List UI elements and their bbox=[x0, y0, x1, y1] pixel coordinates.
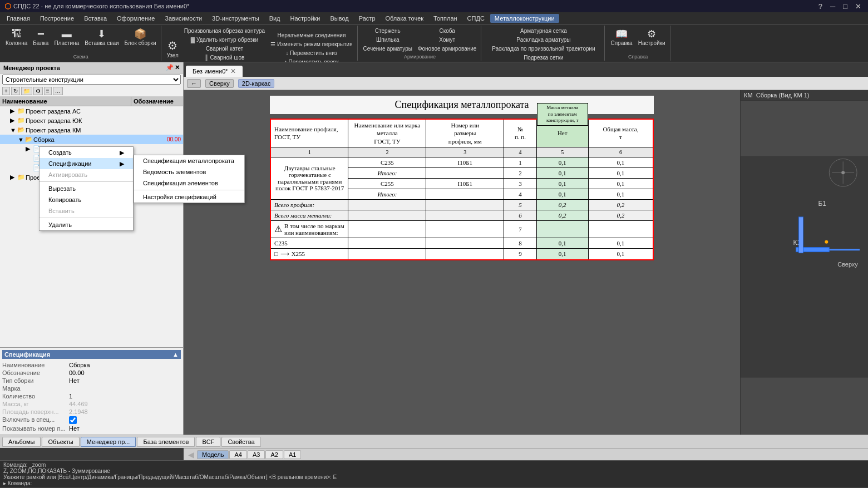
toolbar-nerazyomne[interactable]: Неразъемные соединения bbox=[268, 31, 354, 40]
model-tab-model[interactable]: Модель bbox=[197, 450, 229, 459]
sidebar-new-btn[interactable]: + bbox=[2, 87, 10, 95]
model-tab-a1[interactable]: A1 bbox=[284, 450, 301, 459]
menu-vstavka[interactable]: Вставка bbox=[80, 14, 111, 23]
model-tab-arrow-left[interactable]: ◀ bbox=[186, 450, 196, 459]
menu-rastr[interactable]: Растр bbox=[354, 14, 380, 23]
tree-item-sborka[interactable]: ▼ 📂 Сборка 00.00 bbox=[0, 135, 183, 144]
toolbar-peremestit-vniz[interactable]: ↓ Переместить вниз bbox=[268, 49, 354, 57]
sidebar-more-btn[interactable]: … bbox=[53, 87, 63, 95]
tree-item-km[interactable]: ▼ 📂 Проект раздела КМ bbox=[0, 125, 183, 135]
toolbar-sterzhen[interactable]: Стержень bbox=[361, 27, 415, 35]
toolbar-podrezka-setki[interactable]: Подрезка сетки bbox=[490, 53, 598, 62]
prop-value-pokazyvat: Нет bbox=[69, 425, 181, 432]
maximize-button[interactable]: □ bbox=[841, 2, 850, 11]
menu-glavnaya[interactable]: Главная bbox=[2, 14, 34, 23]
table-row: ⚠ В том числе по маркам или наименования… bbox=[270, 220, 653, 238]
sidebar-close-icon[interactable]: ✕ bbox=[175, 64, 180, 71]
bottom-tab-manager[interactable]: Менеджер пр... bbox=[81, 437, 136, 447]
sidebar-refresh-btn[interactable]: ↻ bbox=[11, 87, 20, 95]
tree-arrow-km[interactable]: ▼ bbox=[10, 127, 17, 134]
view-back-btn[interactable]: ← bbox=[187, 79, 201, 88]
bottom-tab-properties[interactable]: Свойства bbox=[221, 437, 260, 447]
view-2d-btn[interactable]: 2D-каркас bbox=[238, 79, 275, 88]
toolbar-blok-sborki[interactable]: 📦Блок сборки bbox=[122, 27, 159, 47]
sidebar-folder-btn[interactable]: 📁 bbox=[21, 87, 32, 95]
menu-zavisimosti[interactable]: Зависимости bbox=[160, 14, 206, 23]
toolbar-uzly-icon[interactable]: ⚙Узел bbox=[165, 38, 181, 60]
submenu-spec-metall[interactable]: Спецификация металлопроката bbox=[134, 155, 244, 166]
tree-arrow[interactable]: ▶ bbox=[10, 107, 17, 115]
toolbar-skoba[interactable]: Скоба bbox=[416, 27, 479, 35]
toolbar-nastroyki-btn[interactable]: ⚙Настройки bbox=[636, 27, 668, 47]
submenu-sep bbox=[134, 190, 244, 190]
toolbar-udalit-kontur[interactable]: ▓ Удалить контур обрезки bbox=[182, 36, 267, 44]
menu-postroenie[interactable]: Построение bbox=[36, 14, 78, 23]
menu-topplan[interactable]: Топплан bbox=[429, 14, 462, 23]
bottom-tab-albums[interactable]: Альбомы bbox=[2, 437, 41, 447]
help-button[interactable]: ? bbox=[816, 2, 825, 11]
properties-collapse-icon[interactable]: ▲ bbox=[172, 351, 179, 358]
ctx-cut[interactable]: Вырезать bbox=[40, 183, 133, 194]
spec-col6-header: Общая масса,т bbox=[588, 119, 653, 147]
menu-vyvod[interactable]: Вывод bbox=[326, 14, 353, 23]
toolbar-armirovanie-row: Стержень Шпилька Сечение арматуры Скоба … bbox=[361, 27, 479, 53]
menu-oblaka[interactable]: Облака точек bbox=[381, 14, 428, 23]
toolbar-vstavka-svai[interactable]: ⬇Вставка сваи bbox=[82, 27, 121, 47]
submenu-spec-elem[interactable]: Спецификация элементов bbox=[134, 178, 244, 189]
spec-num-3: 3 bbox=[426, 147, 504, 157]
toolbar-plastina[interactable]: ▬Пластина bbox=[52, 27, 81, 47]
prop-checkbox-vklyuchit[interactable] bbox=[69, 416, 77, 424]
toolbar-fon-armirovanie[interactable]: Фоновое армирование bbox=[416, 45, 479, 53]
bottom-tab-objects[interactable]: Объекты bbox=[42, 437, 79, 447]
tree-item-as[interactable]: ▶ 📁 Проект раздела АС bbox=[0, 106, 183, 116]
toolbar-svarnoy-shov[interactable]: ║ Сварной шов bbox=[182, 53, 267, 62]
ctx-copy[interactable]: Копировать bbox=[40, 194, 133, 205]
menu-spds[interactable]: СПДС bbox=[463, 14, 489, 23]
toolbar-raskladka-arm[interactable]: Раскладка арматуры bbox=[490, 36, 598, 44]
tree-item-yuk[interactable]: ▶ 📁 Проект раздела ЮК bbox=[0, 116, 183, 125]
km-canvas-svg: Б1 К1 Сверху bbox=[741, 101, 868, 433]
menu-vid[interactable]: Вид bbox=[265, 14, 285, 23]
minimize-button[interactable]: ─ bbox=[828, 2, 837, 11]
menu-nastroyki[interactable]: Настройки bbox=[286, 14, 325, 23]
spec-row4-col6: 0,1 bbox=[588, 189, 653, 199]
ctx-specs[interactable]: Спецификации bbox=[40, 158, 133, 169]
tab-active[interactable]: Без имени0* ✕ bbox=[186, 66, 243, 77]
view-top-btn[interactable]: Сверху bbox=[205, 79, 234, 88]
toolbar-spravka[interactable]: 📖Справка bbox=[608, 27, 634, 47]
sidebar-filter-select[interactable]: Строительные конструкции bbox=[2, 75, 181, 85]
tree-arrow-sborka[interactable]: ▼ bbox=[18, 136, 24, 143]
bottom-tab-bcf[interactable]: BCF bbox=[196, 437, 220, 447]
close-button[interactable]: ✕ bbox=[853, 2, 864, 11]
menu-metall[interactable]: Металлоконструкции bbox=[490, 14, 559, 23]
tree-arrow[interactable]: ▶ bbox=[10, 117, 17, 124]
submenu-spec-ved[interactable]: Ведомость элементов bbox=[134, 166, 244, 178]
toolbar-kolonn[interactable]: 🏗Колонна bbox=[3, 27, 29, 47]
ctx-create[interactable]: Создать bbox=[40, 147, 133, 158]
model-tab-a4[interactable]: A4 bbox=[229, 450, 246, 459]
tree-arrow-vk[interactable]: ▶ bbox=[26, 145, 32, 152]
toolbar-obrezka-kontura[interactable]: Произвольная обрезка контура bbox=[182, 27, 267, 35]
sidebar-dropdown[interactable]: Строительные конструкции bbox=[0, 73, 183, 86]
menu-oformlenie[interactable]: Оформление bbox=[112, 14, 159, 23]
model-tab-a3[interactable]: A3 bbox=[248, 450, 265, 459]
toolbar-raskladka-traj[interactable]: Раскладка по произвольной траектории bbox=[490, 45, 598, 53]
toolbar-izmenit[interactable]: ☰ Изменить режим перекрытия bbox=[268, 40, 354, 48]
bottom-tab-base[interactable]: База элементов bbox=[137, 437, 195, 447]
spec-bymark-col3 bbox=[426, 220, 504, 238]
tab-close-icon[interactable]: ✕ bbox=[230, 67, 236, 75]
submenu-spec-nastroyki[interactable]: Настройки спецификаций bbox=[134, 191, 244, 203]
sidebar-pin-icon[interactable]: 📌 bbox=[166, 64, 174, 71]
sidebar-list-btn[interactable]: ≡ bbox=[44, 87, 52, 95]
ctx-delete[interactable]: Удалить bbox=[40, 219, 133, 230]
toolbar-shpilka[interactable]: Шпилька bbox=[361, 36, 415, 44]
model-tab-a2[interactable]: A2 bbox=[265, 450, 283, 459]
toolbar-balka[interactable]: ━Балка bbox=[31, 27, 51, 47]
sidebar-filter-btn[interactable]: ⚙ bbox=[33, 87, 43, 95]
tree-arrow-r[interactable]: ▶ bbox=[10, 174, 17, 181]
menu-3d[interactable]: 3D-инструменты bbox=[208, 14, 264, 23]
toolbar-khomut[interactable]: Хомут bbox=[416, 36, 479, 44]
toolbar-armaturnaya-setka[interactable]: Арматурная сетка bbox=[490, 27, 598, 35]
toolbar-svarnoy-katet[interactable]: Сварной катет bbox=[182, 45, 267, 53]
toolbar-sechenie[interactable]: Сечение арматуры bbox=[361, 45, 415, 53]
